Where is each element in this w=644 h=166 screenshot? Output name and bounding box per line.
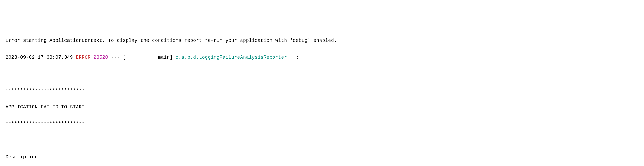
blank-line bbox=[5, 136, 639, 145]
separator-stars-bottom: *************************** bbox=[5, 120, 639, 128]
console-line-context-error: Error starting ApplicationContext. To di… bbox=[5, 36, 639, 45]
logger-name: o.s.b.d.LoggingFailureAnalysisReporter bbox=[176, 55, 287, 60]
log-level-error: ERROR bbox=[76, 55, 90, 60]
console-line-log-entry: 2023-09-02 17:38:07.349 ERROR 23520 --- … bbox=[5, 53, 639, 62]
blank-line bbox=[5, 70, 639, 78]
application-failed-title: APPLICATION FAILED TO START bbox=[5, 103, 639, 111]
timestamp: 2023-09-02 17:38:07.349 bbox=[5, 55, 73, 60]
logger-suffix: : bbox=[287, 55, 299, 60]
thread-separator: --- [ main] bbox=[108, 55, 175, 60]
process-id: 23520 bbox=[93, 55, 108, 60]
separator-stars-top: *************************** bbox=[5, 86, 639, 95]
description-label: Description: bbox=[5, 153, 639, 161]
